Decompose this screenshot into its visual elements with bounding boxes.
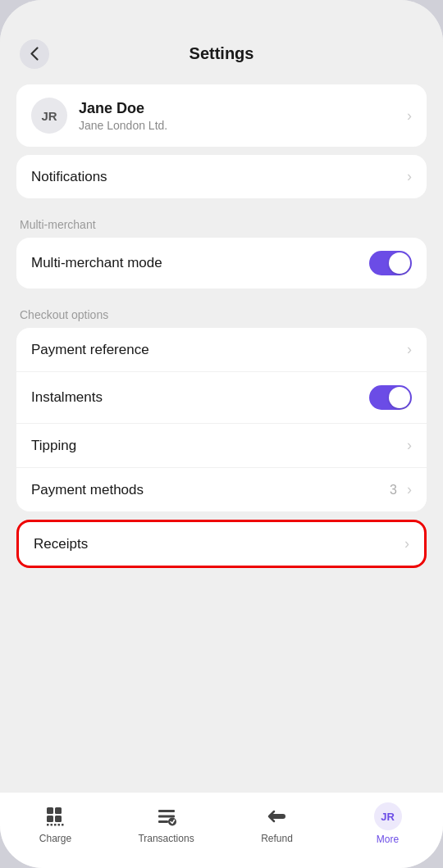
instalments-toggle-knob — [389, 387, 410, 408]
multi-merchant-card: Multi-merchant mode — [16, 238, 427, 289]
charge-icon — [43, 803, 69, 829]
instalments-row[interactable]: Instalments — [16, 371, 427, 423]
payment-methods-label: Payment methods — [31, 482, 390, 498]
multi-merchant-section-label: Multi-merchant — [20, 218, 423, 231]
payment-methods-chevron-icon: › — [407, 481, 412, 498]
notifications-row[interactable]: Notifications › — [16, 155, 427, 198]
user-info: Jane Doe Jane London Ltd. — [79, 100, 400, 132]
toggle-knob — [389, 252, 410, 274]
svg-rect-3 — [55, 816, 62, 822]
payment-reference-chevron-icon: › — [407, 341, 412, 358]
bottom-nav: Charge Transactions — [0, 792, 443, 868]
more-avatar: JR — [374, 802, 402, 830]
svg-rect-6 — [54, 824, 57, 826]
checkout-options-section-label: Checkout options — [20, 308, 423, 321]
payment-methods-row[interactable]: Payment methods 3 › — [16, 467, 427, 511]
instalments-toggle[interactable] — [369, 385, 412, 410]
notifications-chevron-icon: › — [407, 168, 412, 185]
multi-merchant-mode-row[interactable]: Multi-merchant mode — [16, 238, 427, 289]
header: Settings — [0, 0, 443, 75]
transactions-icon — [153, 803, 180, 829]
nav-charge[interactable]: Charge — [0, 803, 111, 844]
nav-more[interactable]: JR More — [332, 802, 443, 845]
receipts-label: Receipts — [34, 536, 398, 552]
back-button[interactable] — [20, 39, 49, 69]
receipts-row[interactable]: Receipts › — [19, 522, 424, 566]
payment-methods-value: 3 — [390, 483, 397, 498]
user-name: Jane Doe — [79, 100, 400, 117]
multi-merchant-toggle[interactable] — [369, 251, 412, 275]
refund-icon — [264, 803, 290, 829]
svg-rect-4 — [47, 824, 49, 826]
more-label: More — [377, 834, 399, 845]
svg-rect-11 — [158, 820, 168, 823]
receipts-card: Receipts › — [16, 520, 427, 568]
svg-rect-7 — [57, 824, 60, 826]
tipping-chevron-icon: › — [407, 437, 412, 454]
svg-rect-9 — [158, 810, 175, 812]
profile-row[interactable]: JR Jane Doe Jane London Ltd. › — [16, 84, 427, 147]
tipping-label: Tipping — [31, 438, 400, 454]
profile-chevron-icon: › — [407, 107, 412, 125]
multi-merchant-mode-label: Multi-merchant mode — [31, 255, 369, 271]
user-company: Jane London Ltd. — [79, 119, 400, 132]
page-title: Settings — [190, 44, 254, 63]
svg-rect-8 — [62, 824, 64, 826]
svg-rect-2 — [47, 816, 53, 822]
nav-refund[interactable]: Refund — [222, 803, 332, 844]
content-area: JR Jane Doe Jane London Ltd. › Notificat… — [0, 75, 443, 792]
instalments-label: Instalments — [31, 389, 369, 406]
refund-label: Refund — [261, 833, 293, 844]
svg-rect-10 — [158, 816, 175, 818]
svg-rect-5 — [50, 824, 53, 826]
payment-reference-row[interactable]: Payment reference › — [16, 328, 427, 371]
svg-rect-1 — [55, 807, 62, 814]
notifications-label: Notifications — [31, 169, 400, 185]
payment-reference-label: Payment reference — [31, 342, 400, 358]
charge-label: Charge — [39, 833, 71, 844]
checkout-options-card: Payment reference › Instalments Tipping … — [16, 328, 427, 511]
avatar: JR — [31, 98, 67, 134]
nav-transactions[interactable]: Transactions — [111, 803, 222, 844]
notifications-card: Notifications › — [16, 155, 427, 198]
profile-card: JR Jane Doe Jane London Ltd. › — [16, 84, 427, 147]
svg-point-12 — [168, 818, 176, 826]
tipping-row[interactable]: Tipping › — [16, 423, 427, 467]
receipts-chevron-icon: › — [404, 535, 409, 552]
transactions-label: Transactions — [138, 833, 194, 844]
phone-shell: Settings JR Jane Doe Jane London Ltd. › … — [0, 0, 443, 868]
svg-rect-0 — [47, 807, 53, 814]
